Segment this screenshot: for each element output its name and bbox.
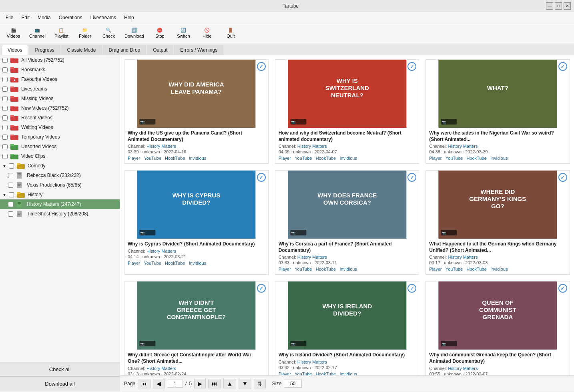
invidious-link[interactable]: Invidious (189, 156, 206, 161)
current-page-input[interactable] (167, 380, 183, 388)
player-link[interactable]: Player (128, 156, 140, 161)
toolbar-switch-button[interactable]: 🔄 Switch (173, 26, 195, 40)
invidious-link[interactable]: Invidious (189, 261, 206, 265)
player-link[interactable]: Player (279, 156, 291, 161)
channel-link[interactable]: History Matters (297, 360, 327, 364)
maximize-button[interactable]: □ (555, 2, 562, 10)
close-button[interactable]: ✕ (564, 2, 571, 10)
missing-videos-checkbox[interactable] (2, 96, 8, 101)
hooktube-link[interactable]: HookTube (316, 267, 336, 271)
sidebar-item-waiting-videos[interactable]: Waiting Videos (0, 123, 120, 132)
sort-button[interactable]: ⇅ (254, 379, 266, 388)
player-link[interactable]: Player (429, 267, 442, 271)
video-check-badge[interactable]: ✓ (257, 284, 266, 293)
video-card[interactable]: QUEEN OFCOMMUNISTGRENADA 📷 ✓ Why did com… (425, 281, 570, 375)
menu-livestreams[interactable]: Livestreams (86, 13, 120, 22)
toolbar-channel-button[interactable]: 📺 Channel (26, 26, 49, 40)
channel-link[interactable]: History Matters (147, 366, 176, 371)
menu-media[interactable]: Media (34, 13, 55, 22)
youtube-link[interactable]: YouTube (295, 372, 312, 375)
video-card[interactable]: WHY IS IRELANDDIVIDED? 📷 ✓ Why is Irelan… (275, 281, 419, 375)
page-size-input[interactable] (284, 380, 302, 388)
rebecca-black-checkbox[interactable] (8, 173, 13, 178)
hooktube-link[interactable]: HookTube (466, 156, 486, 161)
video-card[interactable]: WHY IS CYPRUSDIVIDED? 📷 ✓ Why is Cyprus … (124, 170, 269, 275)
sidebar-item-temporary-videos[interactable]: Temporary Videos (0, 132, 120, 142)
history-matters-checkbox[interactable] (8, 202, 13, 207)
toolbar-videos-button[interactable]: 🎬 Videos (2, 26, 24, 40)
toolbar-quit-button[interactable]: 🚪 Quit (220, 26, 242, 40)
invidious-link[interactable]: Invidious (490, 156, 508, 161)
temporary-videos-checkbox[interactable] (2, 135, 8, 140)
comedy-collapse-arrow[interactable]: ▼ (2, 164, 6, 168)
hooktube-link[interactable]: HookTube (165, 261, 185, 265)
check-all-button[interactable]: Check all (0, 362, 120, 377)
sidebar-item-favourite-videos[interactable]: ★ Favourite Videos (0, 74, 120, 84)
video-check-badge[interactable]: ✓ (558, 173, 567, 182)
unsorted-videos-checkbox[interactable] (2, 144, 8, 149)
history-checkbox[interactable] (9, 192, 14, 197)
video-check-badge[interactable]: ✓ (257, 62, 266, 71)
sidebar-item-livestreams[interactable]: Livestreams (0, 84, 120, 94)
youtube-link[interactable]: YouTube (295, 267, 312, 271)
history-collapse-arrow[interactable]: ▼ (2, 193, 6, 197)
tab-classic-mode[interactable]: Classic Mode (61, 45, 102, 55)
invidious-link[interactable]: Invidious (490, 267, 508, 271)
livestreams-checkbox[interactable] (2, 86, 8, 92)
toolbar-download-button[interactable]: ⬇️ Download (121, 26, 147, 40)
player-link[interactable]: Player (279, 267, 291, 271)
bookmarks-checkbox[interactable] (2, 67, 8, 72)
channel-link[interactable]: History Matters (448, 366, 478, 371)
video-check-badge[interactable]: ✓ (558, 62, 567, 71)
hooktube-link[interactable]: HookTube (165, 156, 185, 161)
video-card[interactable]: WHY DOES FRANCEOWN CORSICA? 📷 ✓ Why is C… (275, 170, 419, 275)
youtube-link[interactable]: YouTube (446, 156, 463, 161)
sidebar-item-history-matters[interactable]: History Matters (247/247) (0, 199, 120, 209)
sidebar-item-rebecca-black[interactable]: Rebecca Black (232/232) (0, 171, 120, 180)
toolbar-playlist-button[interactable]: 📋 Playlist (50, 26, 72, 40)
last-page-button[interactable]: ⏭ (208, 379, 221, 388)
channel-link[interactable]: History Matters (448, 144, 478, 149)
invidious-link[interactable]: Invidious (339, 372, 357, 375)
player-link[interactable]: Player (128, 261, 140, 265)
sidebar-item-new-videos[interactable]: New Videos (752/752) (0, 103, 120, 113)
video-card[interactable]: WHY ISSWITZERLANDNEUTRAL? 📷 ✓ How and wh… (275, 59, 419, 164)
timeghost-history-checkbox[interactable] (8, 211, 13, 217)
youtube-link[interactable]: YouTube (144, 156, 161, 161)
next-page-button[interactable]: ▶ (194, 379, 206, 388)
menu-help[interactable]: Help (120, 13, 138, 22)
sidebar-item-voxis-productions[interactable]: Voxis Productions (65/65) (0, 180, 120, 190)
all-videos-checkbox[interactable] (2, 58, 8, 63)
menu-file[interactable]: File (2, 13, 17, 22)
sidebar-item-history[interactable]: ▼ History (0, 190, 120, 199)
video-card[interactable]: WHY DID AMERICALEAVE PANAMA? 📷 ✓ Why did… (124, 59, 269, 164)
invidious-link[interactable]: Invidious (339, 156, 357, 161)
scroll-bottom-button[interactable]: ▼ (239, 379, 251, 388)
channel-link[interactable]: History Matters (147, 144, 176, 149)
tab-drag-and-drop[interactable]: Drag and Drop (103, 45, 147, 55)
sidebar-item-timeghost-history[interactable]: TimeGhost History (208/208) (0, 209, 120, 219)
video-clips-checkbox[interactable] (2, 154, 8, 159)
new-videos-checkbox[interactable] (2, 106, 8, 111)
player-link[interactable]: Player (279, 372, 291, 375)
tab-output[interactable]: Output (147, 45, 173, 55)
recent-videos-checkbox[interactable] (2, 115, 8, 121)
sidebar-item-missing-videos[interactable]: Missing Videos (0, 94, 120, 103)
video-card[interactable]: WHAT? 📷 ✓ Why were the sides in the Nige… (425, 59, 570, 164)
sidebar-item-bookmarks[interactable]: Bookmarks (0, 65, 120, 74)
channel-link[interactable]: History Matters (448, 255, 478, 259)
sidebar-item-video-clips[interactable]: Video Clips (0, 151, 120, 161)
tab-progress[interactable]: Progress (29, 45, 60, 55)
channel-link[interactable]: History Matters (297, 144, 327, 149)
menu-edit[interactable]: Edit (17, 13, 34, 22)
first-page-button[interactable]: ⏮ (138, 379, 151, 388)
channel-link[interactable]: History Matters (297, 255, 327, 259)
toolbar-stop-button[interactable]: ⛔ Stop (149, 26, 171, 40)
youtube-link[interactable]: YouTube (446, 267, 463, 271)
hooktube-link[interactable]: HookTube (316, 372, 336, 375)
toolbar-hide-button[interactable]: 🚫 Hide (196, 26, 218, 40)
voxis-productions-checkbox[interactable] (8, 183, 13, 188)
menu-operations[interactable]: Operations (55, 13, 86, 22)
sidebar-item-comedy[interactable]: ▼ Comedy (0, 161, 120, 171)
comedy-checkbox[interactable] (9, 163, 14, 169)
